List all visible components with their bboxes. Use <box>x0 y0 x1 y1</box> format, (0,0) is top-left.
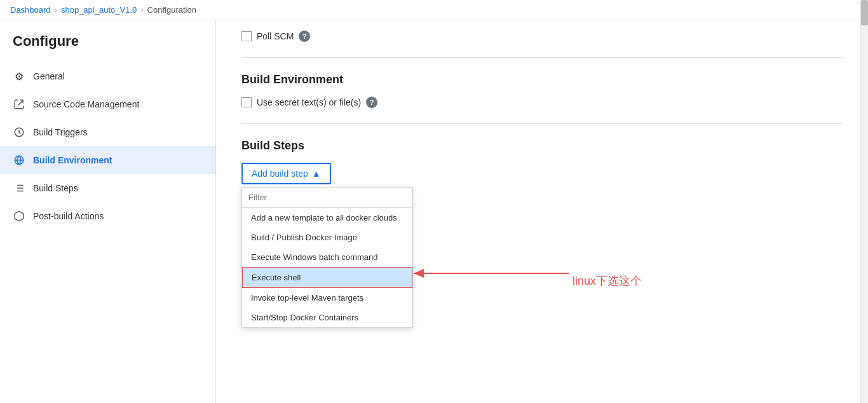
sidebar-item-build-triggers[interactable]: Build Triggers <box>0 118 215 146</box>
clock-icon <box>13 126 25 139</box>
box-icon <box>13 210 25 222</box>
divider-1 <box>241 57 843 58</box>
sidebar-item-post-build[interactable]: Post-build Actions <box>0 202 215 230</box>
build-step-dropdown: Add a new template to all docker clouds … <box>241 187 413 328</box>
use-secret-wrap: Use secret text(s) or file(s) ? <box>241 97 843 108</box>
svg-line-0 <box>18 100 24 106</box>
sidebar-item-build-environment[interactable]: Build Environment <box>0 146 215 174</box>
add-build-step-container: Add build step ▲ Add a new template to a… <box>241 163 331 189</box>
execute-shell-row: Execute shell linux下选这个 <box>242 267 412 288</box>
sidebar-title: Configure <box>0 33 215 62</box>
sidebar: Configure General Source Code Management… <box>0 20 216 403</box>
use-secret-help[interactable]: ? <box>366 97 377 108</box>
annotation-text: linux下选这个 <box>573 273 642 289</box>
poll-scm-section: Poll SCM ? <box>241 20 843 52</box>
build-steps-title: Build Steps <box>241 139 843 153</box>
breadcrumb-dashboard[interactable]: Dashboard <box>10 5 51 15</box>
poll-scm-label: Poll SCM <box>257 31 294 41</box>
add-build-step-label: Add build step <box>252 168 308 179</box>
globe-icon <box>13 154 25 167</box>
sidebar-label-post-build: Post-build Actions <box>33 211 104 221</box>
sidebar-label-build-environment: Build Environment <box>33 155 112 165</box>
use-secret-label: Use secret text(s) or file(s) <box>257 97 361 107</box>
breadcrumb-sep-2: › <box>140 5 143 15</box>
sidebar-label-build-triggers: Build Triggers <box>33 127 88 137</box>
use-secret-checkbox[interactable] <box>241 97 252 107</box>
dropdown-item-windows-batch[interactable]: Execute Windows batch command <box>242 247 412 267</box>
add-build-step-button[interactable]: Add build step ▲ <box>241 163 331 184</box>
breadcrumb-current: Configuration <box>147 5 196 15</box>
divider-2 <box>241 123 843 124</box>
dropdown-item-execute-shell[interactable]: Execute shell <box>242 267 412 288</box>
dropdown-item-docker-image[interactable]: Build / Publish Docker Image <box>242 228 412 247</box>
content-area: Poll SCM ? Build Environment Use secret … <box>216 20 868 403</box>
sidebar-label-build-steps: Build Steps <box>33 183 78 193</box>
sidebar-item-scm[interactable]: Source Code Management <box>0 90 215 118</box>
scrollbar[interactable] <box>860 0 868 403</box>
code-icon <box>13 98 25 111</box>
build-environment-title: Build Environment <box>241 73 843 86</box>
gear-icon <box>13 70 25 83</box>
sidebar-item-general[interactable]: General <box>0 62 215 90</box>
dropdown-item-docker-containers[interactable]: Start/Stop Docker Containers <box>242 308 412 327</box>
annotation-arrow <box>407 261 573 286</box>
breadcrumb-sep-1: › <box>55 5 57 15</box>
poll-scm-checkbox[interactable] <box>241 31 252 41</box>
sidebar-label-scm: Source Code Management <box>33 99 139 109</box>
sidebar-label-general: General <box>33 71 65 81</box>
add-build-step-arrow-icon: ▲ <box>312 168 321 179</box>
breadcrumb-project[interactable]: shop_api_auto_V1.0 <box>61 5 137 15</box>
scrollbar-thumb[interactable] <box>861 0 868 25</box>
poll-scm-help[interactable]: ? <box>299 31 310 42</box>
breadcrumb: Dashboard › shop_api_auto_V1.0 › Configu… <box>0 0 868 20</box>
sidebar-item-build-steps[interactable]: Build Steps <box>0 174 215 202</box>
dropdown-item-docker-template[interactable]: Add a new template to all docker clouds <box>242 208 412 228</box>
list-icon <box>13 182 25 195</box>
dropdown-item-maven[interactable]: Invoke top-level Maven targets <box>242 288 412 308</box>
filter-input[interactable] <box>242 188 412 208</box>
